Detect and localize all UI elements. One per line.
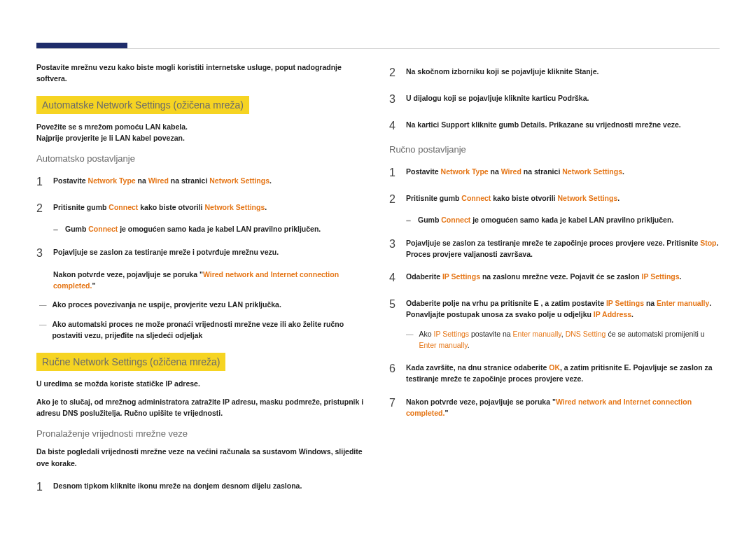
top-rule xyxy=(36,48,720,49)
step-number: 1 xyxy=(389,164,399,181)
find-step-4: 4 Na kartici Support kliknite gumb Detai… xyxy=(389,118,720,134)
auto-step-1: 1 Postavite Network Type na Wired na str… xyxy=(36,174,367,190)
manual-line2: Ako je to slučaj, od mrežnog administrat… xyxy=(36,396,367,419)
auto-desc: Povežite se s mrežom pomoću LAN kabela. … xyxy=(36,121,367,144)
find-step-3: 3 U dijalogu koji se pojavljuje kliknite… xyxy=(389,91,720,108)
find-step-1: 1 Desnom tipkom kliknite ikonu mreže na … xyxy=(36,479,367,496)
manual-line1: U uredima se možda koriste statičke IP a… xyxy=(36,378,367,389)
step-number: 7 xyxy=(389,395,399,412)
subheading-find-values: Pronalaženje vrijednosti mrežne veze xyxy=(36,428,367,439)
man-step-2: 2 Pritisnite gumb Connect kako biste otv… xyxy=(389,191,720,208)
step-number: 3 xyxy=(389,91,399,108)
man-step-5: 5 Odaberite polje na vrhu pa pritisnite … xyxy=(389,296,720,321)
step-number: 5 xyxy=(389,296,399,313)
step-text: Pritisnite gumb Connect kako biste otvor… xyxy=(406,191,720,204)
man-step-2-note: Gumb Connect je omogućen samo kada je ka… xyxy=(406,215,720,226)
note-1: ― Ako proces povezivanja ne uspije, prov… xyxy=(39,300,367,311)
step-number: 2 xyxy=(36,200,46,217)
step-number: 4 xyxy=(389,118,399,134)
auto-step-2-note: Gumb Connect je omogućen samo kada je ka… xyxy=(53,224,367,235)
man-step-4: 4 Odaberite IP Settings na zaslonu mrežn… xyxy=(389,269,720,286)
step-number: 6 xyxy=(389,360,399,377)
auto-step-3-result: Nakon potvrde veze, pojavljuje se poruka… xyxy=(53,269,367,292)
note-2: ― Ako automatski proces ne može pronaći … xyxy=(39,319,367,342)
note-dash: ― xyxy=(406,329,414,351)
man-step-3: 3 Pojavljuje se zaslon za testiranje mre… xyxy=(389,236,720,260)
stop-label: Stop xyxy=(700,239,716,247)
step-number: 2 xyxy=(389,191,399,208)
step-text: Na kartici Support kliknite gumb Details… xyxy=(406,118,720,131)
man-step-6: 6 Kada završite, na dnu stranice odaberi… xyxy=(389,360,720,385)
step-text: U dijalogu koji se pojavljuje kliknite k… xyxy=(406,91,720,104)
man-step-7: 7 Nakon potvrde veze, pojavljuje se poru… xyxy=(389,395,720,419)
step-number: 1 xyxy=(36,174,46,190)
step-text: Postavite Network Type na Wired na stran… xyxy=(406,164,720,178)
step-number: 3 xyxy=(36,245,46,262)
step-text: Odaberite polje na vrhu pa pritisnite E … xyxy=(406,296,720,321)
auto-line2: Najprije provjerite je li LAN kabel pove… xyxy=(36,132,367,143)
step-number: 3 xyxy=(389,236,399,253)
right-column: 2 Na skočnom izborniku koji se pojavljuj… xyxy=(389,62,720,496)
step-number: 2 xyxy=(389,64,399,81)
auto-line1: Povežite se s mrežom pomoću LAN kabela. xyxy=(36,121,367,132)
heading-manual-network: Ručne Network Settings (ožičena mreža) xyxy=(36,353,225,371)
content-columns: Postavite mrežnu vezu kako biste mogli k… xyxy=(36,62,720,496)
note-dash: ― xyxy=(39,300,47,311)
step-text: Postavite Network Type na Wired na stran… xyxy=(53,174,367,187)
subheading-auto-setup: Automatsko postavljanje xyxy=(36,153,367,164)
subheading-manual-setup: Ručno postavljanje xyxy=(389,144,720,155)
step-text: Pritisnite gumb Connect kako biste otvor… xyxy=(53,200,367,213)
auto-step-3: 3 Pojavljuje se zaslon za testiranje mre… xyxy=(36,245,367,262)
heading-auto-network: Automatske Network Settings (ožičena mre… xyxy=(36,96,249,114)
step-text: Pojavljuje se zaslon za testiranje mreže… xyxy=(406,236,720,260)
intro-text: Postavite mrežnu vezu kako biste mogli k… xyxy=(36,62,367,85)
step-text: Na skočnom izborniku koji se pojavljuje … xyxy=(406,64,720,78)
step-number: 1 xyxy=(36,479,46,496)
auto-step-2: 2 Pritisnite gumb Connect kako biste otv… xyxy=(36,200,367,217)
step-text: Nakon potvrde veze, pojavljuje se poruka… xyxy=(406,395,720,419)
step-text: Odaberite IP Settings na zaslonu mrežne … xyxy=(406,269,720,283)
man-step-1: 1 Postavite Network Type na Wired na str… xyxy=(389,164,720,181)
note-dash: ― xyxy=(39,319,47,342)
step-text: Desnom tipkom kliknite ikonu mreže na do… xyxy=(53,479,367,492)
left-column: Postavite mrežnu vezu kako biste mogli k… xyxy=(36,62,367,496)
step-text: Pojavljuje se zaslon za testiranje mreže… xyxy=(53,245,367,258)
step-text: Kada završite, na dnu stranice odaberite… xyxy=(406,360,720,385)
chapter-mark xyxy=(36,43,127,48)
step-number: 4 xyxy=(389,269,399,286)
find-intro: Da biste pogledali vrijednosti mrežne ve… xyxy=(36,446,367,469)
man-step-5-note: ― Ako IP Settings postavite na Enter man… xyxy=(406,329,720,351)
find-step-2: 2 Na skočnom izborniku koji se pojavljuj… xyxy=(389,64,720,81)
